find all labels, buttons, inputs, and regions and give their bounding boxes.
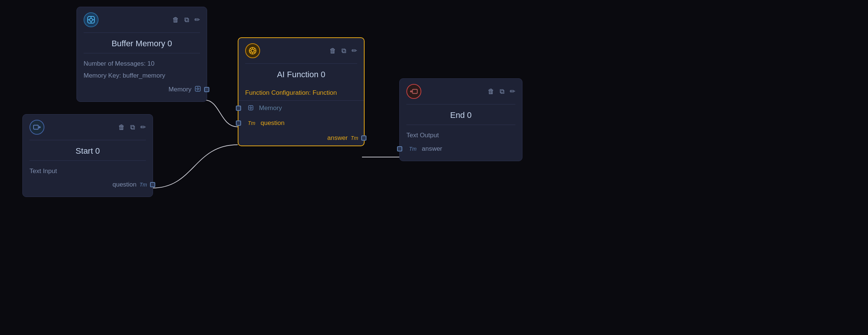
buffer-memory-field-key: Memory Key: buffer_memory xyxy=(84,70,200,82)
connection-question xyxy=(152,145,238,188)
buffer-memory-port-icon xyxy=(194,85,201,93)
svg-line-20 xyxy=(250,48,252,50)
end-answer-icon: Tт xyxy=(409,146,416,152)
buffer-memory-port-label: Memory xyxy=(169,86,191,93)
buffer-memory-actions: 🗑 ⧉ ✏ xyxy=(172,16,200,24)
workflow-canvas: 🗑 ⧉ ✏ Buffer Memory 0 Number of Messages… xyxy=(0,0,868,335)
ai-function-header: 🗑 ⧉ ✏ xyxy=(238,38,364,63)
ai-function-memory-port: Memory xyxy=(238,101,364,116)
end-answer-port: Tт answer xyxy=(406,141,515,154)
ai-function-question-dot[interactable] xyxy=(236,120,241,126)
ai-function-answer-port: answer Tт xyxy=(238,131,364,145)
buffer-memory-field-messages: Number of Messages: 10 xyxy=(84,58,200,70)
start-copy-button[interactable]: ⧉ xyxy=(130,123,135,131)
start-port-label: question xyxy=(113,181,137,188)
buffer-memory-title: Buffer Memory 0 xyxy=(77,33,207,53)
ai-function-memory-icon xyxy=(248,105,254,112)
svg-rect-12 xyxy=(34,125,38,129)
ai-function-node: 🗑 ⧉ ✏ AI Function 0 Function Configurati… xyxy=(238,37,365,146)
end-actions: 🗑 ⧉ ✏ xyxy=(488,87,515,96)
start-title: Start 0 xyxy=(23,140,153,160)
ai-function-question-icon: Tт xyxy=(248,120,255,126)
end-delete-button[interactable]: 🗑 xyxy=(488,88,494,96)
ai-function-delete-button[interactable]: 🗑 xyxy=(330,47,336,55)
ai-function-question-port: Tт question xyxy=(238,116,364,131)
buffer-memory-edit-button[interactable]: ✏ xyxy=(194,16,200,24)
buffer-memory-header: 🗑 ⧉ ✏ xyxy=(77,7,207,32)
end-copy-button[interactable]: ⧉ xyxy=(500,88,505,96)
svg-point-7 xyxy=(197,88,199,90)
connection-memory xyxy=(204,100,238,127)
svg-point-1 xyxy=(90,18,93,21)
start-delete-button[interactable]: 🗑 xyxy=(118,123,125,131)
ai-function-actions: 🗑 ⧉ ✏ xyxy=(330,47,357,55)
buffer-memory-output-dot[interactable] xyxy=(204,87,209,92)
svg-line-21 xyxy=(254,52,255,53)
ai-function-answer-label: answer xyxy=(327,134,348,142)
end-body: Text Output Tт answer xyxy=(400,125,522,161)
start-port-icon: Tт xyxy=(140,182,147,188)
ai-function-memory-label: Memory xyxy=(259,104,282,112)
buffer-memory-node: 🗑 ⧉ ✏ Buffer Memory 0 Number of Messages… xyxy=(77,7,207,102)
end-title: End 0 xyxy=(400,104,522,125)
ai-function-edit-button[interactable]: ✏ xyxy=(352,47,357,55)
start-field-input: Text Input xyxy=(29,165,146,177)
end-header: 🗑 ⧉ ✏ xyxy=(400,79,522,104)
buffer-memory-output-port: Memory xyxy=(84,82,200,95)
ai-function-config: Function Configuration: Function xyxy=(238,84,364,101)
svg-point-15 xyxy=(251,49,254,52)
ai-function-answer-dot[interactable] xyxy=(361,135,366,141)
end-answer-dot[interactable] xyxy=(397,146,402,151)
start-output-port: question Tт xyxy=(29,177,146,190)
ai-function-answer-icon: Tт xyxy=(351,135,358,141)
start-actions: 🗑 ⧉ ✏ xyxy=(118,123,146,131)
buffer-memory-icon xyxy=(84,12,99,27)
start-edit-button[interactable]: ✏ xyxy=(140,123,146,131)
end-node: 🗑 ⧉ ✏ End 0 Text Output Tт answer xyxy=(399,78,522,161)
buffer-memory-copy-button[interactable]: ⧉ xyxy=(184,16,189,24)
start-body: Text Input question Tт xyxy=(23,161,153,197)
svg-point-25 xyxy=(250,107,252,109)
buffer-memory-body: Number of Messages: 10 Memory Key: buffe… xyxy=(77,53,207,101)
end-answer-label: answer xyxy=(422,145,442,153)
svg-rect-30 xyxy=(412,90,417,94)
start-node: 🗑 ⧉ ✏ Start 0 Text Input question Tт xyxy=(22,114,153,197)
ai-function-copy-button[interactable]: ⧉ xyxy=(341,47,346,55)
svg-line-22 xyxy=(254,48,255,50)
svg-line-23 xyxy=(250,52,252,53)
ai-function-title: AI Function 0 xyxy=(238,64,364,84)
start-output-dot[interactable] xyxy=(150,182,155,187)
end-icon xyxy=(406,84,421,99)
end-field-output: Text Output xyxy=(406,129,515,141)
ai-function-question-label: question xyxy=(260,119,284,127)
ai-function-memory-dot[interactable] xyxy=(236,106,241,111)
buffer-memory-delete-button[interactable]: 🗑 xyxy=(172,16,179,24)
start-header: 🗑 ⧉ ✏ xyxy=(23,115,153,140)
ai-function-icon xyxy=(245,43,260,58)
end-edit-button[interactable]: ✏ xyxy=(510,87,515,96)
start-icon xyxy=(29,120,44,135)
